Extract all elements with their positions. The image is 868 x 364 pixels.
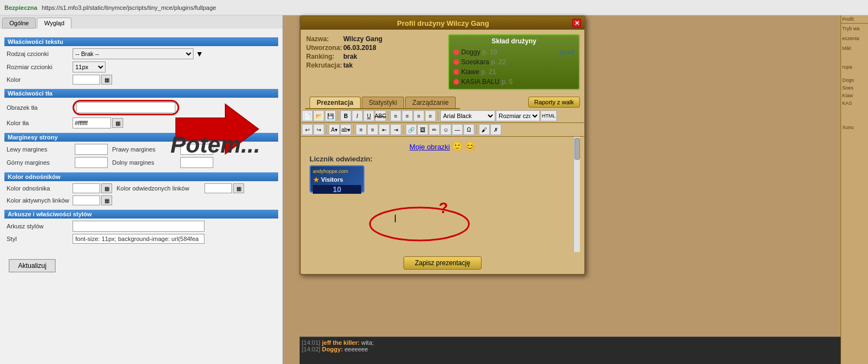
tab-ogolne[interactable]: Ogólne (2, 18, 36, 29)
section-text-props: Właściwości tekstu (4, 37, 278, 46)
dialog-tabs: Prezentacja Statystyki Zarządzanie (305, 94, 460, 109)
section-bg-props: Właściwości tła (4, 89, 278, 98)
tb-link[interactable]: 🔗 (406, 124, 417, 135)
arkusz-input[interactable] (73, 221, 204, 232)
chat-time-1: [14:01] (302, 339, 320, 346)
kolor-aktywnych-row: Kolor aktywnych linków ▦ (4, 195, 278, 205)
tb-image[interactable]: 🖼 (417, 124, 428, 135)
tab-zarzadzanie[interactable]: Zarządzanie (405, 97, 456, 108)
styl-label: Styl (7, 236, 73, 242)
tab-prezentacja[interactable]: Prezentacja (309, 97, 361, 108)
tb-align-left[interactable]: ≡ (390, 110, 401, 121)
kolor-aktywnych-swatch (73, 195, 100, 205)
my-images-link[interactable]: Moje obrazki (410, 143, 450, 151)
tb-indent-inc[interactable]: ⇥ (390, 124, 401, 135)
tb-redo[interactable]: ↪ (313, 124, 324, 135)
tb-remove[interactable]: ✗ (490, 124, 501, 135)
potem-text: Potem... (170, 132, 260, 158)
visitors-text: Visitors (321, 176, 343, 183)
tb-edit[interactable]: ✏ (429, 124, 440, 135)
chat-name-1: jeff the killer: (322, 339, 360, 346)
kolor-odnosnika-row: Kolor odnośnika ▦ Kolor odwiedzonych lin… (4, 183, 278, 193)
tb-list-ol[interactable]: ≡ (367, 124, 378, 135)
nazwa-label-cell: Nazwa: (306, 35, 342, 43)
tb-special[interactable]: Ω (463, 124, 474, 135)
annotation-area: ? (309, 199, 576, 243)
rozmiar-select[interactable]: 11px (73, 61, 106, 72)
dialog-tabs-row: Prezentacja Statystyki Zarządzanie Rapor… (301, 94, 584, 109)
tb-smiley[interactable]: ☺ (440, 124, 451, 135)
sidebar-kas: KAS (841, 99, 868, 107)
rodzaj-label: Rodzaj czcionki (7, 51, 73, 57)
kolor-odwiedzonych-label: Kolor odwiedzonych linków (117, 185, 204, 192)
dialog-close-btn[interactable]: ✕ (572, 19, 581, 27)
tb-bold[interactable]: B (340, 110, 351, 121)
editor-wrapper: Moje obrazki 🙂 😊 Licznik odwiedzin: andy… (305, 137, 580, 252)
editor-content[interactable]: Moje obrazki 🙂 😊 Licznik odwiedzin: andy… (305, 137, 580, 252)
sep7 (476, 125, 477, 135)
raporty-btn[interactable]: Raporty z walk (528, 97, 580, 108)
game-area: Profil drużyny Wilczy Gang ✕ Nazwa: Wilc… (283, 15, 868, 364)
sidebar-tryb: Tryb wa (841, 25, 868, 32)
tb-list-ul[interactable]: ≡ (356, 124, 367, 135)
editor-toolbar-1: 📄 📂 💾 B I U ABC ≡ ≡ ≡ ≡ Arial Black Rozm… (301, 109, 584, 123)
smiley2-icon: 😊 (465, 142, 476, 151)
tb-underline[interactable]: U (363, 110, 374, 121)
tb-cleanup[interactable]: 🖌 (479, 124, 490, 135)
member-kiawe: Kiawe p. 21 (451, 67, 577, 77)
tab-wyglad[interactable]: Wygląd (37, 18, 71, 29)
member-dot-kasia (454, 79, 459, 85)
kolor-aktywnych-btn[interactable]: ▦ (101, 195, 112, 205)
kolor-tla-input[interactable] (73, 117, 111, 128)
kolor-tla-picker-btn[interactable]: ▦ (112, 118, 123, 128)
member-name-kasia: KASIA BALU (461, 78, 499, 86)
images-line: Moje obrazki 🙂 😊 (309, 141, 576, 152)
kolor-odnosnika-btn[interactable]: ▦ (101, 183, 112, 193)
zapisz-btn[interactable]: Zapisz prezentację (403, 256, 482, 270)
squad-title: Skład drużyny (451, 37, 577, 45)
font-size-select[interactable]: Rozmiar czcion▼ (496, 110, 540, 121)
tb-highlight[interactable]: ab▾ (340, 124, 351, 135)
tb-save[interactable]: 💾 (325, 110, 336, 121)
rozmiar-row: Rozmiar czcionki 11px (4, 61, 278, 72)
aktualizuj-area: Aktualizuj (0, 250, 283, 281)
tb-open[interactable]: 📂 (313, 110, 324, 121)
nazwa-value-cell: Wilczy Gang (343, 35, 382, 43)
font-family-select[interactable]: Arial Black (440, 110, 495, 121)
tb-undo[interactable]: ↩ (302, 124, 313, 135)
editor-toolbar-2: ↩ ↪ A▾ ab▾ ≡ ≡ ⇤ ⇥ 🔗 🖼 ✏ ☺ — Ω 🖌 ✗ (301, 123, 584, 137)
lewy-input[interactable] (75, 144, 108, 155)
tb-justify[interactable]: ≡ (425, 110, 436, 121)
tb-hr[interactable]: — (452, 124, 463, 135)
kolor-swatch (73, 75, 100, 85)
tb-align-right[interactable]: ≡ (413, 110, 424, 121)
counter-row: Licznik odwiedzin: (309, 155, 576, 163)
gorny-input[interactable] (75, 157, 108, 168)
tb-italic[interactable]: I (352, 110, 363, 121)
kolor-picker-btn[interactable]: ▦ (101, 75, 112, 85)
tb-strike[interactable]: ABC (375, 110, 386, 121)
kolor-odnosnika-label: Kolor odnośnika (7, 185, 73, 192)
tinymce-panel: Ogólne Wygląd Właściwości tekstu Rodzaj … (0, 15, 283, 364)
sep5 (353, 125, 354, 135)
editor-scrollbar[interactable] (573, 137, 580, 252)
member-name-soeskara: Soeskara (461, 58, 489, 66)
aktualizuj-button[interactable]: Aktualizuj (9, 259, 56, 272)
tb-font-color[interactable]: A▾ (329, 124, 340, 135)
tb-indent-dec[interactable]: ⇤ (379, 124, 390, 135)
tab-statystyki[interactable]: Statystyki (362, 97, 404, 108)
sep4 (326, 125, 327, 135)
tb-align-center[interactable]: ≡ (402, 110, 413, 121)
chat-area: [14:01] jeff the killer: wita; [14:02] D… (300, 337, 841, 364)
browser-bar: Bezpieczna https://s1.mfo3.pl/static/tin… (0, 0, 868, 15)
kolor-odwiedzonych-btn[interactable]: ▦ (233, 183, 244, 193)
tb-new[interactable]: 📄 (302, 110, 313, 121)
member-doggy: Doggy p. 19 [szef] (451, 47, 577, 57)
kolor-odwiedzonych-swatch (204, 183, 232, 193)
member-rank-soeskara: p. 22 (491, 58, 506, 66)
svg-point-1 (370, 208, 469, 240)
tb-html[interactable]: HTML (540, 110, 557, 121)
zapisz-row: Zapisz prezentację (301, 252, 584, 274)
rodzaj-select[interactable]: -- Brak -- (73, 48, 193, 59)
member-dot-doggy (454, 49, 459, 55)
